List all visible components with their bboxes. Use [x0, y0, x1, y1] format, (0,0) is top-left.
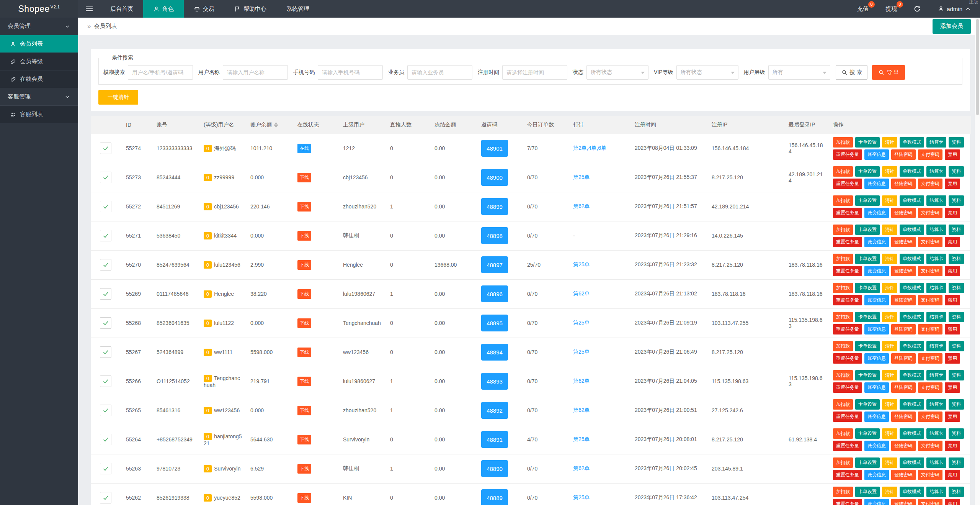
- action-button[interactable]: 重置任务量: [833, 295, 862, 305]
- inject-link[interactable]: 第25单: [573, 174, 590, 180]
- action-button[interactable]: 支付密码: [918, 266, 942, 276]
- column-header[interactable]: 账户余额: [247, 116, 294, 134]
- inject-link[interactable]: 第62单: [573, 290, 590, 297]
- action-button[interactable]: 清针: [882, 312, 897, 322]
- action-button[interactable]: 清针: [882, 341, 897, 351]
- invite-code-button[interactable]: 48893: [481, 373, 508, 390]
- action-button[interactable]: 卡单设置: [855, 312, 880, 322]
- invite-code-button[interactable]: 48892: [481, 402, 508, 419]
- row-checkbox[interactable]: [100, 492, 111, 503]
- action-button[interactable]: 单数模式: [900, 312, 924, 322]
- sidebar-group-header[interactable]: 客服管理: [0, 88, 78, 106]
- sidebar-toggle-button[interactable]: [78, 0, 100, 18]
- action-button[interactable]: 资料: [949, 399, 964, 410]
- action-button[interactable]: 账变信息: [864, 382, 889, 393]
- action-button[interactable]: 单数模式: [900, 137, 924, 148]
- action-button[interactable]: 支付密码: [918, 208, 942, 218]
- action-button[interactable]: 资料: [949, 254, 964, 264]
- action-button[interactable]: 重置任务量: [833, 208, 862, 218]
- action-button[interactable]: 支付密码: [918, 149, 942, 160]
- row-checkbox[interactable]: [100, 317, 111, 329]
- action-button[interactable]: 支付密码: [918, 324, 942, 334]
- action-button[interactable]: 重置任务量: [833, 382, 862, 393]
- action-button[interactable]: 资料: [949, 195, 964, 206]
- search-field-input[interactable]: [128, 65, 193, 80]
- inject-link[interactable]: 第25单: [573, 494, 590, 500]
- search-button[interactable]: 搜 索: [836, 65, 868, 80]
- action-button[interactable]: 登陆密码: [891, 470, 916, 480]
- action-button[interactable]: 结算卡: [926, 399, 946, 410]
- topbar-menu-item[interactable]: 系统管理: [276, 0, 319, 18]
- action-button[interactable]: 账变信息: [864, 208, 889, 218]
- action-button[interactable]: 资料: [949, 457, 964, 468]
- action-button[interactable]: 单数模式: [900, 283, 924, 293]
- action-button[interactable]: 单数模式: [900, 457, 924, 468]
- action-button[interactable]: 资料: [949, 283, 964, 293]
- action-button[interactable]: 账变信息: [864, 237, 889, 247]
- inject-link[interactable]: 第25单: [573, 320, 590, 326]
- action-button[interactable]: 重置任务量: [833, 441, 862, 451]
- action-button[interactable]: 支付密码: [918, 179, 942, 189]
- clear-inject-button[interactable]: 一键清针: [98, 90, 138, 105]
- action-button[interactable]: 卡单设置: [855, 137, 880, 148]
- search-field-select[interactable]: 所有状态: [676, 65, 738, 80]
- action-button[interactable]: 支付密码: [918, 353, 942, 364]
- action-button[interactable]: 资料: [949, 312, 964, 322]
- search-field-input[interactable]: [407, 65, 472, 80]
- sort-icon[interactable]: [274, 122, 278, 128]
- action-button[interactable]: 卡单设置: [855, 487, 880, 497]
- action-button[interactable]: 登陆密码: [891, 237, 916, 247]
- action-button[interactable]: 单数模式: [900, 254, 924, 264]
- action-button[interactable]: 卡单设置: [855, 370, 880, 380]
- action-button[interactable]: 账变信息: [864, 324, 889, 334]
- topbar-menu-item[interactable]: 交易: [184, 0, 224, 18]
- action-button[interactable]: 资料: [949, 341, 964, 351]
- action-button[interactable]: 加扣款: [833, 457, 853, 468]
- action-button[interactable]: 清针: [882, 166, 897, 177]
- action-button[interactable]: 重置任务量: [833, 324, 862, 334]
- inject-link[interactable]: 第25单: [573, 436, 590, 442]
- action-button[interactable]: 结算卡: [926, 341, 946, 351]
- action-button[interactable]: 加扣款: [833, 225, 853, 235]
- action-button[interactable]: 重置任务量: [833, 353, 862, 364]
- inject-link[interactable]: 第25单: [573, 349, 590, 355]
- action-button[interactable]: 清针: [882, 487, 897, 497]
- action-button[interactable]: 禁用: [945, 499, 960, 505]
- action-button[interactable]: 账变信息: [864, 266, 889, 276]
- action-button[interactable]: 结算卡: [926, 370, 946, 380]
- action-button[interactable]: 禁用: [945, 295, 960, 305]
- action-button[interactable]: 单数模式: [900, 399, 924, 410]
- sidebar-group-header[interactable]: 会员管理: [0, 18, 78, 35]
- action-button[interactable]: 加扣款: [833, 487, 853, 497]
- action-button[interactable]: 资料: [949, 225, 964, 235]
- action-button[interactable]: 加扣款: [833, 195, 853, 206]
- action-button[interactable]: 单数模式: [900, 166, 924, 177]
- action-button[interactable]: 清针: [882, 428, 897, 439]
- action-button[interactable]: 支付密码: [918, 470, 942, 480]
- invite-code-button[interactable]: 48898: [481, 227, 508, 244]
- action-button[interactable]: 结算卡: [926, 166, 946, 177]
- action-button[interactable]: 账变信息: [864, 499, 889, 505]
- search-field-select[interactable]: 所有: [768, 65, 830, 80]
- action-button[interactable]: 账变信息: [864, 470, 889, 480]
- action-button[interactable]: 清针: [882, 137, 897, 148]
- action-button[interactable]: 卡单设置: [855, 428, 880, 439]
- action-button[interactable]: 登陆密码: [891, 149, 916, 160]
- action-button[interactable]: 清针: [882, 370, 897, 380]
- action-button[interactable]: 账变信息: [864, 441, 889, 451]
- action-button[interactable]: 登陆密码: [891, 441, 916, 451]
- action-button[interactable]: 支付密码: [918, 412, 942, 422]
- action-button[interactable]: 加扣款: [833, 370, 853, 380]
- action-button[interactable]: 结算卡: [926, 137, 946, 148]
- inject-link[interactable]: 第62单: [573, 203, 590, 209]
- row-checkbox[interactable]: [100, 463, 111, 474]
- action-button[interactable]: 结算卡: [926, 487, 946, 497]
- sidebar-item[interactable]: 在线会员: [0, 71, 78, 88]
- search-field-input[interactable]: [502, 65, 567, 80]
- action-button[interactable]: 禁用: [945, 237, 960, 247]
- action-button[interactable]: 加扣款: [833, 312, 853, 322]
- action-button[interactable]: 资料: [949, 166, 964, 177]
- action-button[interactable]: 加扣款: [833, 283, 853, 293]
- action-button[interactable]: 卡单设置: [855, 457, 880, 468]
- action-button[interactable]: 卡单设置: [855, 166, 880, 177]
